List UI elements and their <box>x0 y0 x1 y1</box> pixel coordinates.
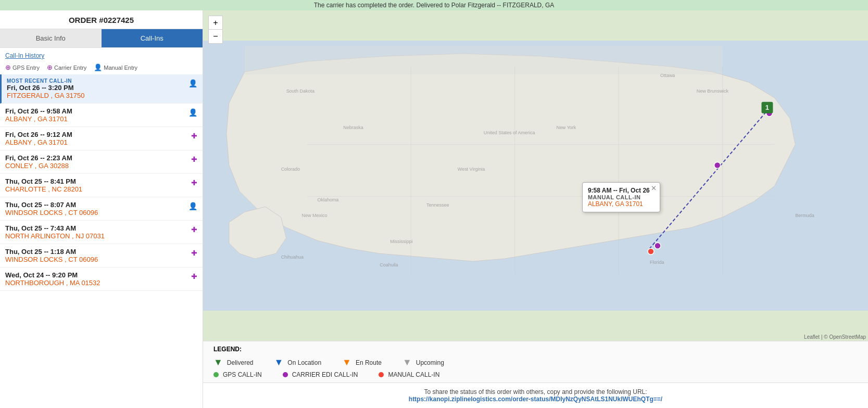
delivered-label: Delivered <box>227 359 254 366</box>
manual-entry-icon-1: 👤 <box>188 108 197 117</box>
svg-text:Mississippi: Mississippi <box>390 239 412 244</box>
legend-on-location: ▼ On Location <box>274 357 322 368</box>
gps-entry-label: GPS Entry <box>12 65 40 71</box>
map-credit: Leaflet | © OpenStreetMap <box>804 334 866 340</box>
popup-location: ALBANY, GA 31701 <box>588 200 655 208</box>
svg-text:Chihuahua: Chihuahua <box>281 254 304 260</box>
map-svg: 1 Nebraska Oklahoma Tennessee Mississipp… <box>203 10 868 341</box>
order-title: ORDER #0227425 <box>0 10 203 29</box>
legend-en-route: ▼ En Route <box>342 357 382 368</box>
svg-point-7 <box>655 243 661 249</box>
callin-item-7[interactable]: Thu, Oct 25 -- 1:18 AMWINDSOR LOCKS , CT… <box>0 244 203 267</box>
callin-history-link[interactable]: Call-In History <box>5 52 44 59</box>
manual-entry-icon-0: 👤 <box>188 79 197 87</box>
svg-text:New Brunswick: New Brunswick <box>697 88 729 94</box>
callin-time-7: Thu, Oct 25 -- 1:18 AM <box>5 248 98 256</box>
carrier-entry-label: Carrier Entry <box>54 65 86 71</box>
tab-basic-info[interactable]: Basic Info <box>0 29 102 47</box>
upcoming-label: Upcoming <box>416 359 444 366</box>
callin-item-3[interactable]: Fri, Oct 26 -- 2:23 AMCONLEY , GA 30288✚ <box>0 150 203 174</box>
legend-row-2: GPS CALL-IN CARRIER EDI CALL-IN MANUAL C… <box>213 371 858 378</box>
callin-location-5: WINDSOR LOCKS , CT 06096 <box>5 209 98 216</box>
svg-text:South Dakota: South Dakota <box>286 88 315 94</box>
callin-time-4: Thu, Oct 25 -- 8:41 PM <box>5 177 82 185</box>
right-panel: 1 Nebraska Oklahoma Tennessee Mississipp… <box>203 10 868 408</box>
callin-item-8[interactable]: Wed, Oct 24 -- 9:20 PMNORTHBOROUGH , MA … <box>0 267 203 291</box>
top-banner: The carrier has completed the order. Del… <box>0 0 868 10</box>
svg-text:Nebraska: Nebraska <box>343 125 363 130</box>
manual-icon: 👤 <box>94 63 102 71</box>
callin-location-4: CHARLOTTE , NC 28201 <box>5 185 82 193</box>
gps-entry-icon-3: ✚ <box>191 155 197 163</box>
zoom-out-button[interactable]: − <box>209 30 222 43</box>
legend-delivered: ▼ Delivered <box>213 357 254 368</box>
callin-item-5[interactable]: Thu, Oct 25 -- 8:07 AMWINDSOR LOCKS , CT… <box>0 197 203 221</box>
svg-text:Colorado: Colorado <box>281 167 300 172</box>
upcoming-pin-icon: ▼ <box>402 357 412 368</box>
gps-callin-label: GPS CALL-IN <box>223 371 262 378</box>
main-content: ORDER #0227425 Basic Info Call-Ins Call-… <box>0 10 868 408</box>
callin-location-7: WINDSOR LOCKS , CT 06096 <box>5 256 98 263</box>
callin-location-8: NORTHBOROUGH , MA 01532 <box>5 279 100 287</box>
svg-text:Coahuila: Coahuila <box>380 262 398 267</box>
legend-title: LEGEND: <box>213 346 858 353</box>
map-container: 1 Nebraska Oklahoma Tennessee Mississipp… <box>203 10 868 341</box>
callin-time-3: Fri, Oct 26 -- 2:23 AM <box>5 154 72 162</box>
manual-callin-label: MANUAL CALL-IN <box>388 371 439 378</box>
callin-location-0: FITZGERALD , GA 31750 <box>7 92 85 99</box>
delivered-pin-icon: ▼ <box>213 357 223 368</box>
most-recent-label: MOST RECENT CALL-IN <box>7 78 85 84</box>
gps-entry-icon-8: ✚ <box>191 272 197 280</box>
callin-item-1[interactable]: Fri, Oct 26 -- 9:58 AMALBANY , GA 31701👤 <box>0 104 203 127</box>
legend-manual-callin: MANUAL CALL-IN <box>379 371 439 378</box>
tab-bar: Basic Info Call-Ins <box>0 29 203 48</box>
popup-close-button[interactable]: ✕ <box>651 184 657 192</box>
banner-text: The carrier has completed the order. Del… <box>314 2 555 9</box>
callin-item-6[interactable]: Thu, Oct 25 -- 7:43 AMNORTH ARLINGTON , … <box>0 221 203 244</box>
svg-text:Tennessee: Tennessee <box>426 202 449 208</box>
gps-entry-icon-7: ✚ <box>191 249 197 257</box>
share-text: To share the status of this order with o… <box>208 388 863 396</box>
svg-point-8 <box>648 248 654 254</box>
callin-item-2[interactable]: Fri, Oct 26 -- 9:12 AMALBANY , GA 31701✚ <box>0 127 203 150</box>
gps-entry-legend: ⊕ GPS Entry <box>5 63 40 71</box>
callin-location-3: CONLEY , GA 30288 <box>5 162 72 170</box>
legend-gps-callin: GPS CALL-IN <box>213 371 262 378</box>
callin-time-6: Thu, Oct 25 -- 7:43 AM <box>5 224 105 232</box>
svg-text:Bermuda: Bermuda <box>795 213 814 218</box>
gps-callin-dot <box>213 372 219 377</box>
svg-text:New York: New York <box>556 125 576 130</box>
carrier-entry-legend: ⊕ Carrier Entry <box>47 63 86 71</box>
tab-callins[interactable]: Call-Ins <box>102 29 203 47</box>
svg-rect-3 <box>245 46 723 74</box>
callin-time-0: Fri, Oct 26 -- 3:20 PM <box>7 84 85 92</box>
popup-type: MANUAL CALL-IN <box>588 194 655 200</box>
manual-entry-label: Manual Entry <box>104 65 137 71</box>
manual-callin-dot <box>379 372 384 377</box>
manual-entry-icon-5: 👤 <box>188 202 197 210</box>
svg-text:New Mexico: New Mexico <box>302 213 328 218</box>
callin-history-header: Call-In History <box>0 48 203 61</box>
svg-text:1: 1 <box>765 104 769 111</box>
share-url[interactable]: https://kanopi.ziplinelogistics.com/orde… <box>208 396 863 403</box>
legend-upcoming: ▼ Upcoming <box>402 357 444 368</box>
map-controls: + − <box>208 16 223 44</box>
share-bar: To share the status of this order with o… <box>203 382 868 408</box>
on-location-pin-icon: ▼ <box>274 357 284 368</box>
callin-location-1: ALBANY , GA 31701 <box>5 115 72 123</box>
callin-item-0[interactable]: MOST RECENT CALL-INFri, Oct 26 -- 3:20 P… <box>0 74 203 104</box>
callin-time-8: Wed, Oct 24 -- 9:20 PM <box>5 271 100 279</box>
svg-text:West Virginia: West Virginia <box>458 167 485 172</box>
callin-time-2: Fri, Oct 26 -- 9:12 AM <box>5 131 72 138</box>
zoom-in-button[interactable]: + <box>209 16 222 30</box>
svg-text:Ottawa: Ottawa <box>660 73 675 78</box>
map-popup: ✕ 9:58 AM -- Fri, Oct 26 MANUAL CALL-IN … <box>582 182 660 212</box>
gps-entry-icon-6: ✚ <box>191 225 197 234</box>
callin-location-2: ALBANY , GA 31701 <box>5 138 72 146</box>
left-panel: ORDER #0227425 Basic Info Call-Ins Call-… <box>0 10 203 408</box>
svg-text:United States of America: United States of America <box>484 130 535 135</box>
svg-text:Florida: Florida <box>650 260 664 265</box>
callin-item-4[interactable]: Thu, Oct 25 -- 8:41 PMCHARLOTTE , NC 282… <box>0 174 203 197</box>
svg-point-6 <box>714 162 721 169</box>
popup-time: 9:58 AM -- Fri, Oct 26 <box>588 187 655 194</box>
